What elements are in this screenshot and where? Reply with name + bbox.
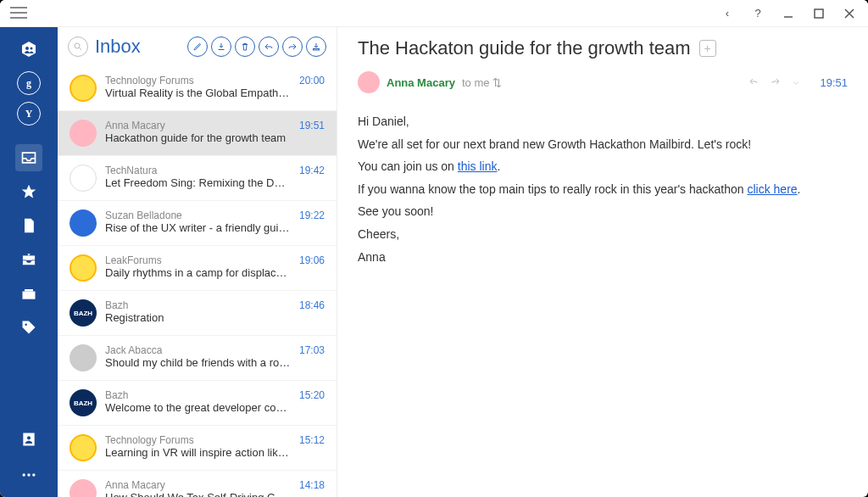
sender-name: Anna Macary — [387, 76, 455, 89]
message-sender: Suzan Belladone — [105, 209, 291, 221]
body-line: Anna — [358, 246, 848, 269]
account-google-icon[interactable]: g — [17, 71, 41, 95]
compose-button[interactable] — [187, 36, 208, 57]
body-line: We're all set for our next brand new Gro… — [358, 133, 848, 156]
close-button[interactable] — [841, 5, 858, 22]
message-subject: Rise of the UX writer - a friendly guide… — [105, 221, 291, 234]
back-button[interactable]: ‹ — [719, 5, 736, 22]
outbox-icon[interactable] — [15, 280, 42, 307]
message-row[interactable]: BAZHBazhWelcome to the great developer c… — [58, 381, 337, 426]
message-time: 14:18 — [299, 479, 325, 491]
email-title: The Hackaton guide for the growth team + — [358, 37, 848, 59]
more-icon[interactable] — [15, 461, 42, 489]
message-subject: Virtual Reality is the Global Empathy Ma… — [105, 87, 291, 99]
svg-rect-13 — [314, 49, 320, 51]
message-subject: Learning in VR will inspire action like … — [105, 446, 291, 459]
add-tag-button[interactable]: + — [699, 40, 716, 57]
reader-pane: The Hackaton guide for the growth team +… — [337, 27, 868, 497]
message-sender: Bazh — [105, 299, 291, 311]
more-actions-icon[interactable] — [791, 75, 801, 90]
archive-button[interactable] — [306, 36, 326, 57]
inbox-icon[interactable] — [15, 144, 42, 171]
account-contacts-icon[interactable] — [14, 34, 44, 64]
reply-button[interactable] — [259, 36, 279, 57]
avatar — [70, 434, 97, 461]
tips-link[interactable]: click here — [747, 182, 797, 196]
message-time: 17:03 — [299, 344, 325, 356]
email-title-text: The Hackaton guide for the growth team — [358, 37, 691, 59]
recipient-label: to me ⇅ — [462, 76, 502, 89]
message-row[interactable]: Anna MacaryHow Should We Tax Self-Drivin… — [58, 471, 337, 497]
message-sender: Technology Forums — [105, 434, 291, 446]
message-sender: Jack Abacca — [105, 344, 291, 356]
message-row[interactable]: Technology ForumsLearning in VR will ins… — [58, 426, 337, 471]
app-window: ‹ ? g Y — [0, 0, 868, 497]
message-subject: Hackathon guide for the growth team — [105, 131, 291, 144]
email-meta: Anna Macary to me ⇅ 19:51 — [358, 71, 848, 105]
message-subject: Registration — [105, 311, 291, 324]
forward-icon[interactable] — [769, 75, 782, 90]
message-subject: Welcome to the great developer commu... — [105, 401, 291, 414]
message-row[interactable]: BAZHBazhRegistration18:46 — [58, 291, 337, 336]
message-time: 19:06 — [299, 254, 325, 266]
avatar — [70, 120, 97, 147]
reply-icon[interactable] — [747, 75, 760, 90]
message-row[interactable]: Anna MacaryHackathon guide for the growt… — [58, 111, 337, 156]
body-line: See you soon! — [358, 200, 848, 223]
message-list-pane: Inbox Technology ForumsVirtual Reality i… — [58, 27, 337, 497]
message-sender: Bazh — [105, 389, 291, 401]
message-row[interactable]: Suzan BelladoneRise of the UX writer - a… — [58, 201, 337, 246]
avatar — [70, 209, 97, 237]
message-row[interactable]: TechNaturaLet Freedom Sing: Remixing the… — [58, 156, 337, 201]
folder-title: Inbox — [95, 36, 181, 58]
svg-point-12 — [75, 43, 80, 48]
svg-rect-4 — [23, 292, 36, 299]
message-time: 19:51 — [299, 120, 325, 131]
avatar — [70, 165, 97, 192]
message-row[interactable]: Technology ForumsVirtual Reality is the … — [58, 66, 337, 111]
message-time: 18:46 — [299, 299, 325, 311]
starred-icon[interactable] — [15, 178, 42, 205]
message-sender: LeakForums — [105, 254, 291, 266]
message-time: 15:12 — [299, 434, 325, 446]
menu-icon[interactable] — [10, 7, 27, 22]
message-sender: TechNatura — [105, 165, 291, 176]
avatar — [70, 75, 97, 102]
svg-point-10 — [27, 473, 30, 476]
tags-icon[interactable] — [15, 314, 42, 341]
message-subject: Should my child be friends with a robot.… — [105, 356, 291, 369]
body-line: If you wanna know the top main tips to r… — [358, 178, 848, 201]
svg-rect-0 — [815, 9, 823, 18]
sidebar: g Y — [0, 27, 58, 497]
svg-point-9 — [23, 473, 25, 476]
join-link[interactable]: this link — [458, 159, 498, 173]
minimize-button[interactable] — [780, 5, 797, 22]
list-toolbar — [187, 36, 326, 57]
message-row[interactable]: LeakForumsDaily rhythms in a camp for di… — [58, 246, 337, 291]
avatar — [70, 254, 97, 282]
maximize-button[interactable] — [810, 5, 827, 22]
forward-button[interactable] — [282, 36, 303, 57]
help-button[interactable]: ? — [749, 5, 766, 22]
list-header: Inbox — [58, 27, 337, 66]
download-button[interactable] — [211, 36, 231, 57]
message-sender: Anna Macary — [105, 120, 291, 131]
body-line: Cheers, — [358, 223, 848, 246]
sender-avatar — [358, 71, 380, 93]
delete-button[interactable] — [235, 36, 255, 57]
avatar — [70, 479, 97, 497]
message-subject: How Should We Tax Self-Driving Cars? — [105, 491, 291, 497]
archive-icon[interactable] — [15, 246, 42, 273]
avatar — [70, 344, 97, 371]
message-list[interactable]: Technology ForumsVirtual Reality is the … — [58, 66, 337, 497]
message-time: 20:00 — [299, 75, 325, 87]
svg-point-8 — [27, 436, 31, 439]
svg-point-2 — [25, 47, 29, 50]
message-sender: Anna Macary — [105, 479, 291, 491]
message-row[interactable]: Jack AbaccaShould my child be friends wi… — [58, 336, 337, 381]
account-yahoo-icon[interactable]: Y — [17, 102, 41, 126]
search-icon[interactable] — [68, 36, 88, 57]
drafts-icon[interactable] — [15, 212, 42, 239]
address-book-icon[interactable] — [15, 426, 42, 453]
message-subject: Let Freedom Sing: Remixing the Declarati… — [105, 176, 291, 189]
